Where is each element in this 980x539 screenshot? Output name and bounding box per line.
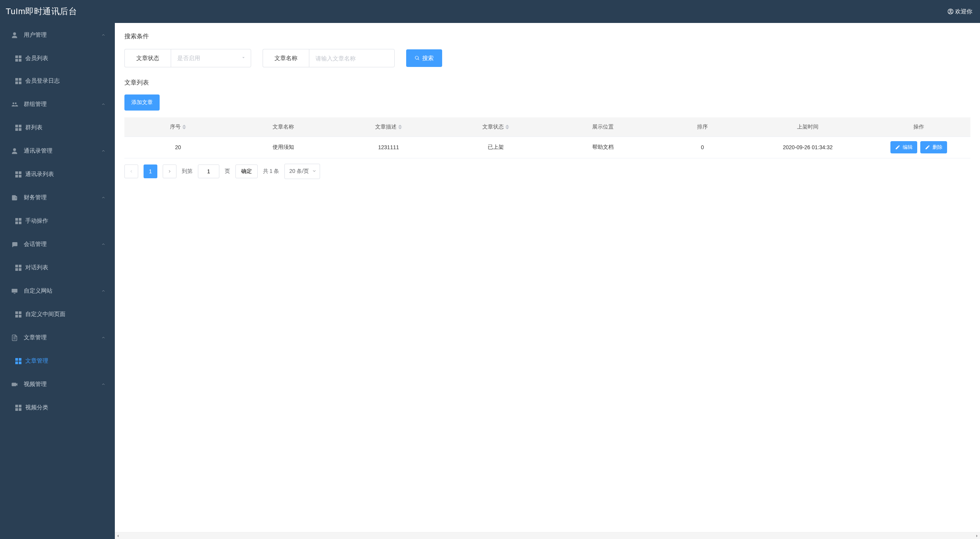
sidebar-item[interactable]: 对话列表 (0, 256, 115, 279)
article-icon (11, 334, 18, 341)
scroll-track[interactable] (121, 534, 974, 538)
sidebar-item-label: 文章管理 (25, 357, 48, 365)
goto-confirm-button[interactable]: 确定 (235, 164, 258, 178)
goto-label: 到第 (182, 168, 193, 175)
sort-icon (398, 125, 402, 129)
table-header-row: 序号 文章名称 文章描述 文章状态 展示位置 排序 上架时间 操作 (124, 117, 970, 137)
grid-icon (15, 125, 21, 131)
menu-group-title[interactable]: 会话管理 (0, 232, 115, 256)
add-article-button[interactable]: 添加文章 (124, 94, 160, 111)
name-filter-label: 文章名称 (263, 49, 309, 67)
menu-sub: 自定义中间页面 (0, 303, 115, 326)
goto-page-input[interactable] (198, 164, 219, 178)
per-page-select[interactable]: 20 条/页 (284, 164, 320, 179)
add-article-label: 添加文章 (131, 99, 153, 106)
search-icon (415, 55, 420, 61)
menu-group-title[interactable]: 财务管理 (0, 186, 115, 210)
menu-group-title[interactable]: 自定义网站 (0, 279, 115, 303)
menu-sub: 手动操作 (0, 210, 115, 232)
chevron-up-icon (101, 381, 106, 388)
cell-status: 已上架 (442, 137, 549, 158)
grid-icon (15, 405, 21, 411)
sidebar-item-label: 会员登录日志 (25, 77, 60, 85)
contacts-icon (11, 148, 18, 155)
menu-group-title[interactable]: 用户管理 (0, 23, 115, 47)
sidebar-item[interactable]: 手动操作 (0, 210, 115, 232)
chat-icon (11, 241, 18, 248)
col-header-status[interactable]: 文章状态 (442, 117, 549, 137)
brand-title: TuIm即时通讯后台 (6, 6, 77, 17)
menu-group-label: 视频管理 (24, 381, 47, 388)
search-button[interactable]: 搜索 (406, 49, 442, 67)
sidebar-item-label: 手动操作 (25, 217, 48, 225)
menu-group-title[interactable]: 视频管理 (0, 372, 115, 396)
sidebar-item[interactable]: 自定义中间页面 (0, 303, 115, 326)
chevron-up-icon (101, 194, 106, 201)
grid-icon (15, 265, 21, 271)
menu-group: 文章管理文章管理 (0, 326, 115, 372)
sidebar-item[interactable]: 会员登录日志 (0, 70, 115, 92)
menu-group-label: 会话管理 (24, 241, 47, 248)
welcome-label: 欢迎你 (955, 8, 972, 15)
sidebar-item[interactable]: 群列表 (0, 116, 115, 139)
menu-group: 财务管理手动操作 (0, 186, 115, 232)
table-row: 20使用须知1231111已上架帮助文档02020-09-26 01:34:32… (124, 137, 970, 158)
menu-group-label: 文章管理 (24, 334, 47, 341)
group-icon (11, 101, 18, 108)
sort-icon (182, 125, 186, 129)
horizontal-scrollbar[interactable] (115, 532, 980, 539)
status-filter-select[interactable]: 是否启用 (171, 49, 251, 67)
name-filter-input[interactable] (315, 55, 388, 62)
scroll-right-icon[interactable] (974, 532, 980, 539)
list-panel-title: 文章列表 (124, 79, 970, 87)
chevron-up-icon (101, 334, 106, 341)
edit-button[interactable]: 编辑 (890, 141, 917, 153)
cell-name: 使用须知 (232, 137, 335, 158)
page-number-button[interactable]: 1 (144, 164, 157, 178)
pagination: 1 到第 页 确定 共1条 20 条/页 (124, 164, 970, 179)
welcome-user[interactable]: 欢迎你 (947, 8, 972, 15)
search-button-label: 搜索 (422, 55, 434, 62)
sidebar-item-label: 会员列表 (25, 55, 48, 62)
grid-icon (15, 358, 21, 364)
grid-icon (15, 171, 21, 177)
sidebar-item[interactable]: 会员列表 (0, 47, 115, 70)
menu-group: 视频管理视频分类 (0, 372, 115, 419)
menu-sub: 会员列表会员登录日志 (0, 47, 115, 92)
user-circle-icon (947, 8, 954, 15)
menu-group-title[interactable]: 群组管理 (0, 92, 115, 116)
page-prev-button[interactable] (124, 164, 138, 178)
per-page-value: 20 条/页 (289, 168, 309, 175)
user-icon (11, 32, 18, 39)
page-next-button[interactable] (163, 164, 176, 178)
col-header-time: 上架时间 (748, 117, 867, 137)
cell-sort: 0 (657, 137, 748, 158)
cell-time: 2020-09-26 01:34:32 (748, 137, 867, 158)
svg-point-1 (950, 10, 951, 11)
chevron-up-icon (101, 148, 106, 154)
chevron-up-icon (101, 32, 106, 38)
grid-icon (15, 78, 21, 84)
col-header-seq[interactable]: 序号 (124, 117, 232, 137)
sidebar-item[interactable]: 通讯录列表 (0, 163, 115, 186)
sidebar-item[interactable]: 视频分类 (0, 396, 115, 419)
grid-icon (15, 311, 21, 318)
caret-down-icon (241, 55, 246, 62)
name-filter-input-wrap (309, 49, 395, 67)
menu-group-title[interactable]: 通讯录管理 (0, 139, 115, 163)
col-header-name: 文章名称 (232, 117, 335, 137)
delete-button[interactable]: 删除 (920, 141, 947, 153)
menu-group: 群组管理群列表 (0, 92, 115, 139)
menu-group: 用户管理会员列表会员登录日志 (0, 23, 115, 92)
menu-group-title[interactable]: 文章管理 (0, 326, 115, 350)
scroll-left-icon[interactable] (115, 532, 121, 539)
sidebar-item-label: 群列表 (25, 124, 42, 131)
menu-group: 会话管理对话列表 (0, 232, 115, 279)
sidebar-item-label: 自定义中间页面 (25, 311, 65, 318)
total-count: 共1条 (263, 168, 279, 175)
status-filter-placeholder: 是否启用 (177, 55, 200, 62)
monitor-icon (11, 288, 18, 295)
col-header-sort: 排序 (657, 117, 748, 137)
sidebar-item[interactable]: 文章管理 (0, 350, 115, 372)
col-header-desc[interactable]: 文章描述 (335, 117, 442, 137)
